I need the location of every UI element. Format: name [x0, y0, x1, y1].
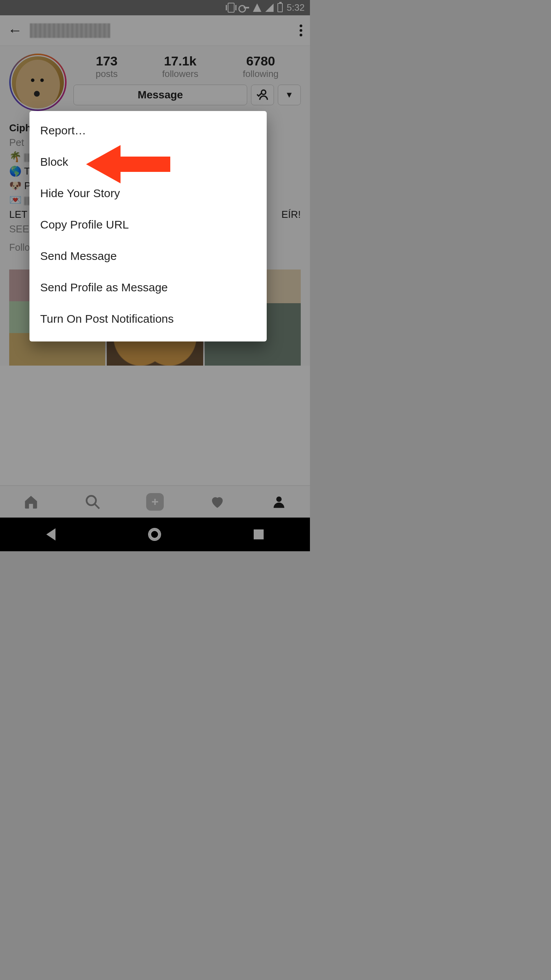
android-system-nav [0, 518, 310, 551]
stat-following[interactable]: 6780 following [243, 54, 279, 79]
menu-item-report[interactable]: Report… [29, 115, 267, 146]
vpn-key-icon [238, 5, 249, 10]
overflow-menu-button[interactable] [300, 24, 302, 36]
android-recent-button[interactable] [254, 529, 264, 539]
back-arrow-icon[interactable]: ← [8, 22, 22, 39]
svg-point-0 [261, 90, 266, 94]
svg-point-1 [86, 496, 96, 505]
bio-emoji-palm: 🌴 [9, 151, 21, 162]
home-icon[interactable] [23, 494, 39, 510]
menu-item-post-notifications[interactable]: Turn On Post Notifications [29, 303, 267, 335]
stat-posts-label: posts [96, 69, 117, 79]
svg-point-3 [276, 497, 282, 502]
stat-followers-count: 17.1k [162, 54, 199, 69]
search-icon[interactable] [85, 494, 101, 510]
plus-icon: + [152, 495, 159, 509]
stat-followers-label: followers [162, 69, 199, 79]
svg-line-2 [95, 504, 99, 508]
stat-posts-count: 173 [96, 54, 117, 69]
story-ring[interactable] [9, 54, 67, 111]
stat-following-count: 6780 [243, 54, 279, 69]
suggestions-toggle-button[interactable]: ▼ [278, 85, 301, 105]
message-button[interactable]: Message [73, 85, 247, 105]
menu-item-send-message[interactable]: Send Message [29, 240, 267, 272]
cell-signal-icon [265, 3, 274, 12]
follow-status-button[interactable] [251, 85, 274, 105]
profile-avatar [11, 55, 65, 109]
android-status-bar: 5:32 [0, 0, 310, 15]
person-check-icon [256, 88, 269, 101]
vibrate-icon [228, 3, 235, 13]
menu-item-copy-profile-url[interactable]: Copy Profile URL [29, 209, 267, 240]
wifi-icon [253, 3, 261, 12]
add-post-button[interactable]: + [146, 493, 164, 511]
bio-text: EÍR! [281, 207, 301, 222]
activity-heart-icon[interactable] [209, 494, 225, 510]
app-bottom-nav: + [0, 485, 310, 518]
status-clock: 5:32 [287, 2, 305, 13]
stat-following-label: following [243, 69, 279, 79]
profile-options-modal: Report… Block Hide Your Story Copy Profi… [29, 111, 267, 341]
battery-icon [277, 3, 283, 12]
stat-followers[interactable]: 17.1k followers [162, 54, 199, 79]
android-home-button[interactable] [148, 528, 161, 541]
android-back-button[interactable] [46, 528, 55, 541]
chevron-down-icon: ▼ [285, 90, 293, 100]
username-redacted [30, 23, 110, 38]
menu-item-block[interactable]: Block [29, 146, 267, 178]
bio-emoji-mail: 💌 [9, 194, 21, 206]
bio-emoji-dog: 🐶 [9, 180, 21, 191]
bio-emoji-globe: 🌎 [9, 165, 21, 177]
menu-item-send-profile[interactable]: Send Profile as Message [29, 272, 267, 303]
stat-posts[interactable]: 173 posts [96, 54, 117, 79]
menu-item-hide-story[interactable]: Hide Your Story [29, 178, 267, 209]
profile-header: ← [0, 15, 310, 46]
profile-icon[interactable] [271, 494, 287, 510]
